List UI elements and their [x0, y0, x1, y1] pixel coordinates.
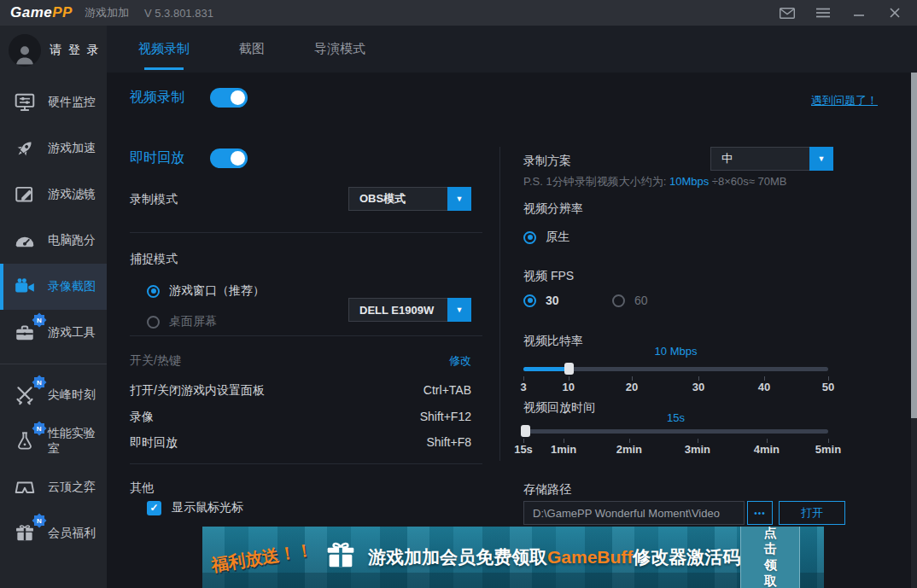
login-area[interactable]: 请 登 录 — [0, 26, 107, 75]
promo-banner[interactable]: 福利放送！！ 游戏加加会员免费领取GameBuff修改器激活码 点击领取 — [202, 527, 824, 588]
sidebar-item-hardware-monitor[interactable]: 硬件监控 — [0, 79, 107, 125]
sidebar-item-label: 游戏工具 — [48, 325, 96, 341]
sidebar-item-benchmark[interactable]: 电脑跑分 — [0, 218, 107, 264]
help-link[interactable]: 遇到问题了！ — [811, 93, 878, 108]
capture-option-game-window[interactable]: 游戏窗口（推荐） — [147, 283, 265, 299]
hotkey-row: 即时回放 Shift+F8 — [130, 435, 471, 451]
mail-icon[interactable] — [779, 4, 796, 21]
sidebar-items: 硬件监控 游戏加速 游戏滤镜 电脑跑分 — [0, 75, 107, 556]
hotkey-row: 打开/关闭游戏内设置面板 Ctrl+TAB — [130, 383, 471, 399]
new-badge: N — [34, 377, 44, 387]
record-plan-dropdown[interactable]: 中 ▼ — [710, 147, 833, 171]
fps-option-60[interactable]: 60 — [612, 294, 648, 307]
sidebar-item-peak-moment[interactable]: N 尖峰时刻 — [0, 372, 107, 418]
mouse-cursor-row: ✓ 显示鼠标光标 — [147, 500, 243, 515]
sidebar-item-label: 录像截图 — [48, 279, 96, 294]
record-mode-label: 录制模式 — [130, 192, 178, 207]
sidebar-item-game-tools[interactable]: N 游戏工具 — [0, 310, 107, 356]
radio-icon[interactable] — [147, 316, 160, 329]
new-badge: N — [34, 515, 44, 526]
game-tools-icon: N — [12, 320, 38, 346]
scrollbar[interactable] — [911, 73, 917, 588]
hotkey-header: 开关/热键 修改 — [130, 353, 471, 369]
radio-icon[interactable] — [612, 294, 625, 307]
bitrate-slider[interactable]: 3 10 20 30 40 50 — [523, 367, 828, 399]
open-folder-button[interactable]: 打开 — [779, 501, 845, 525]
mouse-cursor-checkbox[interactable]: ✓ — [147, 501, 161, 515]
close-icon[interactable] — [886, 4, 903, 21]
slider-track[interactable] — [523, 429, 828, 434]
video-record-row: 视频录制 — [130, 88, 248, 108]
gamepp-window: GamePP 游戏加加 V 5.3.801.831 请 登 录 — [0, 0, 917, 588]
performance-lab-icon: N — [12, 428, 38, 454]
video-record-toggle[interactable] — [210, 88, 248, 108]
claim-button[interactable]: 点击领取 — [740, 527, 800, 588]
hotkey-row: 录像 Shift+F12 — [130, 410, 471, 425]
window-controls — [779, 4, 917, 21]
benchmark-icon — [12, 228, 38, 253]
new-badge: N — [34, 315, 44, 325]
sidebar-item-performance-lab[interactable]: N 性能实验室 — [0, 418, 107, 464]
radio-icon[interactable] — [523, 294, 536, 307]
sidebar-item-game-filter[interactable]: 游戏滤镜 — [0, 172, 107, 218]
column-divider — [499, 147, 500, 461]
sidebar-item-tft[interactable]: 云顶之弈 — [0, 464, 107, 510]
hotkey-edit-link[interactable]: 修改 — [449, 353, 471, 369]
storage-path-input[interactable] — [523, 501, 745, 525]
gift-icon — [324, 539, 358, 576]
member-benefits-icon: N — [12, 521, 38, 546]
storage-path-label: 存储路径 — [523, 482, 571, 498]
slider-handle[interactable] — [521, 425, 530, 437]
browse-button[interactable]: ••• — [747, 501, 773, 525]
radio-icon[interactable] — [523, 231, 536, 244]
resolution-label: 视频分辨率 — [523, 201, 583, 217]
main-content: 视频录制 遇到问题了！ 即时回放 录制模式 OBS模式 ▼ 捕捉模式 游戏窗口（… — [107, 73, 917, 588]
sidebar-item-label: 游戏加速 — [48, 141, 96, 156]
radio-icon[interactable] — [147, 285, 160, 298]
sidebar-item-label: 游戏滤镜 — [48, 187, 96, 202]
app-logo: GamePP — [10, 4, 73, 21]
sidebar-item-label: 会员福利 — [48, 526, 96, 541]
fps-option-30[interactable]: 30 — [523, 294, 559, 307]
capture-option-desktop[interactable]: 桌面屏幕 — [147, 314, 217, 329]
record-capture-icon — [12, 274, 38, 300]
game-filter-icon — [12, 182, 38, 207]
instant-replay-toggle[interactable] — [210, 148, 248, 168]
minimize-icon[interactable] — [850, 4, 867, 21]
resolution-option-native[interactable]: 原生 — [523, 230, 569, 245]
tab-director-mode[interactable]: 导演模式 — [306, 26, 374, 73]
chevron-down-icon[interactable]: ▼ — [447, 187, 471, 211]
plan-note: P.S. 1分钟录制视频大小约为: 10Mbps ÷8×60s≈ 70MB — [523, 174, 786, 189]
sidebar-item-game-boost[interactable]: 游戏加速 — [0, 125, 107, 172]
other-label: 其他 — [130, 480, 154, 496]
bitrate-current-value: 10 Mbps — [523, 345, 828, 358]
fps-label: 视频 FPS — [523, 269, 574, 284]
divider — [130, 232, 482, 233]
sidebar-item-record-capture[interactable]: 录像截图 — [0, 264, 107, 310]
chevron-down-icon[interactable]: ▼ — [447, 298, 471, 322]
tab-video-record[interactable]: 视频录制 — [130, 26, 198, 73]
divider — [130, 463, 482, 464]
divider — [130, 335, 482, 336]
banner-text: 游戏加加会员免费领取GameBuff修改器激活码 — [368, 545, 740, 569]
slider-handle[interactable] — [564, 363, 574, 375]
sidebar-item-member-benefits[interactable]: N 会员福利 — [0, 510, 107, 556]
hotkey-label: 开关/热键 — [130, 353, 181, 369]
peak-moment-icon: N — [12, 382, 38, 408]
app-name: 游戏加加 — [85, 5, 129, 20]
game-boost-icon — [12, 136, 38, 161]
scrollbar-thumb[interactable] — [911, 73, 917, 418]
monitor-dropdown[interactable]: DELL E1909W ▼ — [348, 298, 471, 322]
record-mode-dropdown[interactable]: OBS模式 ▼ — [348, 187, 471, 211]
hardware-monitor-icon — [12, 90, 38, 115]
slider-track[interactable] — [523, 367, 828, 371]
tabbar: 视频录制 截图 导演模式 — [107, 26, 917, 73]
hotkey-value: Ctrl+TAB — [423, 383, 471, 399]
sidebar-item-label: 硬件监控 — [48, 95, 96, 110]
menu-icon[interactable] — [815, 4, 832, 21]
sidebar: 请 登 录 硬件监控 游戏加速 游戏滤镜 — [0, 26, 107, 588]
replay-time-slider[interactable]: 15s 1min 2min 3min 4min 5min — [523, 429, 828, 462]
sidebar-item-label: 云顶之弈 — [48, 480, 96, 495]
tab-screenshot[interactable]: 截图 — [231, 26, 273, 73]
chevron-down-icon[interactable]: ▼ — [809, 147, 833, 171]
